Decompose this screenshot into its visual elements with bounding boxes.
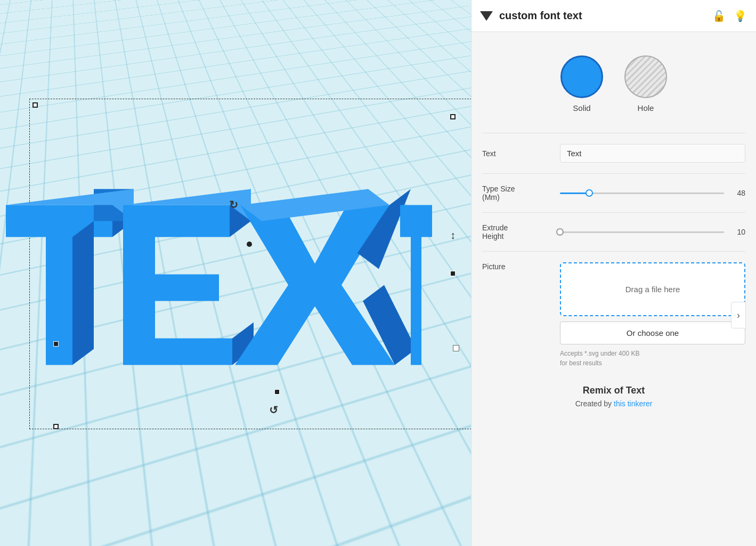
side-panel: custom font text 🔓 💡 Solid Hole Text — [471, 0, 756, 546]
svg-marker-2 — [72, 221, 94, 365]
panel-content: Solid Hole Text Type Size(Mm) 48 — [472, 32, 756, 426]
text-label: Text — [482, 149, 551, 158]
hole-label: Hole — [638, 103, 654, 113]
canvas-area[interactable]: ↻ ↺ ↕ — [0, 0, 471, 546]
text-row: Text — [482, 138, 745, 169]
remix-section: Remix of Text Created by this tinkerer — [482, 374, 745, 413]
type-size-row: Type Size(Mm) 48 — [482, 178, 745, 208]
solid-label: Solid — [573, 103, 590, 113]
extrude-row: ExtrudeHeight 10 — [482, 217, 745, 247]
divider-3 — [482, 212, 745, 213]
rotate-top-arrow[interactable]: ↻ — [229, 198, 238, 211]
divider-4 — [482, 251, 745, 252]
choose-file-button[interactable]: Or choose one — [560, 322, 745, 344]
extrude-label: ExtrudeHeight — [482, 223, 551, 240]
corner-indicator — [453, 345, 459, 351]
type-size-thumb[interactable] — [586, 189, 593, 197]
extrude-value: 10 — [729, 228, 745, 236]
handle-bottom-left[interactable] — [53, 424, 59, 429]
panel-title: custom font text — [499, 10, 705, 22]
panel-header: custom font text 🔓 💡 — [472, 0, 756, 32]
light-icon[interactable]: 💡 — [733, 9, 747, 23]
handle-top-right[interactable] — [450, 114, 456, 119]
svg-marker-5 — [123, 205, 232, 365]
divider-1 — [482, 133, 745, 133]
extrude-track[interactable] — [560, 231, 724, 233]
shape-toggles: Solid Hole — [482, 45, 745, 129]
rotate-bottom-arrow[interactable]: ↺ — [269, 404, 278, 416]
handle-right-mid[interactable] — [450, 271, 456, 276]
type-size-track[interactable] — [560, 192, 724, 194]
solid-option[interactable]: Solid — [560, 55, 603, 113]
handle-top-left[interactable] — [32, 102, 38, 108]
hole-circle[interactable] — [624, 55, 667, 98]
svg-marker-0 — [6, 205, 112, 365]
handle-left-lower[interactable] — [53, 341, 59, 347]
type-size-value: 48 — [729, 189, 745, 197]
3d-text-object[interactable] — [0, 165, 432, 405]
tinkerer-link[interactable]: this tinkerer — [614, 399, 652, 408]
text-input-wrapper — [560, 144, 745, 163]
solid-circle[interactable] — [560, 55, 603, 98]
picture-area: Drag a file here › Or choose one Accepts… — [560, 262, 745, 368]
type-size-slider-container: 48 — [560, 189, 745, 197]
extrude-thumb[interactable] — [556, 228, 564, 236]
lock-icon[interactable]: 🔓 — [711, 9, 726, 23]
rotate-right-arrow[interactable]: ↕ — [450, 229, 456, 242]
picture-drop-zone[interactable]: Drag a file here — [560, 262, 745, 316]
divider-2 — [482, 173, 745, 174]
svg-marker-9 — [235, 205, 395, 365]
picture-row: Picture Drag a file here › Or choose one… — [482, 256, 745, 374]
type-size-label: Type Size(Mm) — [482, 184, 551, 202]
drop-chevron-btn[interactable]: › — [731, 302, 746, 328]
remix-credit: Created by this tinkerer — [482, 399, 745, 408]
accepts-text: Accepts *.svg under 400 KBfor best resul… — [560, 349, 745, 368]
extrude-slider-container: 10 — [560, 228, 745, 236]
credit-prefix: Created by — [575, 399, 612, 408]
text-input[interactable] — [560, 144, 745, 163]
remix-title: Remix of Text — [482, 385, 745, 396]
picture-label: Picture — [482, 262, 551, 271]
hole-option[interactable]: Hole — [624, 55, 667, 113]
handle-mid-circle[interactable] — [247, 242, 252, 247]
handle-bottom-mid[interactable] — [274, 389, 280, 395]
drag-label: Drag a file here — [625, 285, 680, 294]
collapse-icon[interactable] — [480, 11, 493, 21]
